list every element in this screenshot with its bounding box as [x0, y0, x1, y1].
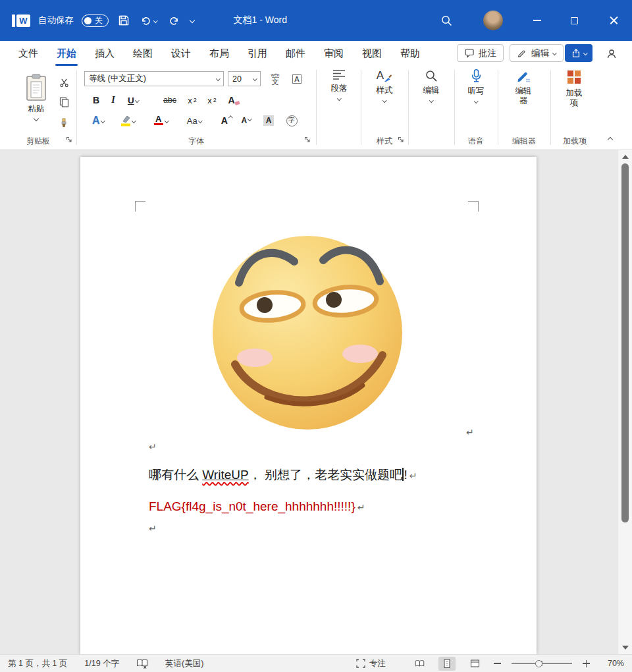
tab-help[interactable]: 帮助: [391, 41, 429, 66]
scrollbar-thumb[interactable]: [621, 163, 629, 522]
tab-layout[interactable]: 布局: [200, 41, 238, 66]
paste-button[interactable]: 粘贴: [17, 71, 55, 134]
enclose-character-button[interactable]: 字: [282, 112, 301, 129]
editing-mode-button[interactable]: 编辑: [510, 44, 564, 62]
paragraph-group-button[interactable]: 段落: [320, 66, 358, 129]
quick-access-menu-button[interactable]: [189, 11, 196, 30]
chevron-down-icon: [429, 98, 433, 102]
redo-icon: [168, 14, 180, 26]
share-button[interactable]: [565, 44, 592, 62]
grow-font-button[interactable]: A: [218, 112, 235, 129]
close-button[interactable]: [595, 0, 632, 41]
minimize-button[interactable]: [521, 0, 553, 41]
vertical-scrollbar[interactable]: [618, 150, 632, 654]
comments-button[interactable]: 批注: [457, 44, 504, 62]
tab-references[interactable]: 引用: [238, 41, 276, 66]
document-page[interactable]: ↵ ↵ 哪有什么 WriteUP， 别想了，老老实实做题吧!↵ FLAG{fl4…: [80, 157, 537, 654]
styles-group-button[interactable]: A 样式: [365, 66, 404, 129]
change-case-button[interactable]: Aa: [182, 112, 206, 129]
document-area: ↵ ↵ 哪有什么 WriteUP， 别想了，老老实实做题吧!↵ FLAG{fl4…: [0, 150, 618, 654]
italic-button[interactable]: I: [106, 92, 120, 108]
scroll-up-button[interactable]: [618, 152, 632, 162]
subscript-button[interactable]: x2: [184, 92, 201, 108]
tab-design[interactable]: 设计: [162, 41, 200, 66]
scroll-down-button[interactable]: [618, 642, 632, 653]
chevron-down-icon: [382, 98, 386, 102]
web-layout-button[interactable]: [466, 657, 483, 671]
search-button[interactable]: [432, 0, 461, 41]
dialog-launcher-icon: [66, 136, 72, 143]
text-highlight-button[interactable]: [117, 112, 139, 129]
word-app-icon[interactable]: W: [12, 14, 30, 27]
font-color-button[interactable]: A: [149, 112, 172, 129]
avatar[interactable]: [483, 11, 503, 30]
read-mode-button[interactable]: [411, 657, 428, 671]
underline-button[interactable]: U: [122, 92, 144, 108]
character-border-button[interactable]: A: [288, 70, 305, 88]
language-indicator[interactable]: 英语(美国): [165, 658, 203, 669]
print-layout-button[interactable]: [438, 657, 456, 671]
styles-dialog-launcher[interactable]: [396, 135, 406, 144]
tab-review[interactable]: 审阅: [315, 41, 353, 66]
scissors-icon: [59, 78, 69, 88]
copy-button[interactable]: [57, 95, 71, 109]
paragraph-text[interactable]: 哪有什么 WriteUP， 别想了，老老实实做题吧!↵: [149, 466, 417, 484]
undo-button[interactable]: [139, 11, 159, 30]
addins-button[interactable]: 加载项: [554, 66, 594, 129]
tab-mailings[interactable]: 邮件: [276, 41, 315, 66]
clipboard-dialog-launcher[interactable]: [65, 135, 74, 144]
redo-button[interactable]: [167, 11, 181, 30]
phonetic-guide-button[interactable]: wén 文: [266, 70, 284, 88]
font-color-bar-icon: [154, 123, 163, 126]
tab-view[interactable]: 视图: [353, 41, 391, 66]
tab-file[interactable]: 文件: [9, 41, 47, 66]
zoom-in-button[interactable]: [583, 660, 590, 667]
focus-icon: [356, 659, 365, 668]
superscript-button[interactable]: x2: [203, 92, 221, 108]
triangle-up-icon: [622, 155, 629, 159]
focus-mode-button[interactable]: 专注: [356, 658, 386, 669]
format-painter-button[interactable]: [57, 116, 71, 130]
editor-button[interactable]: 编辑器: [502, 66, 545, 129]
tab-draw[interactable]: 绘图: [124, 41, 162, 66]
chevron-down-icon: [132, 119, 136, 123]
zoom-slider-thumb[interactable]: [535, 660, 542, 667]
page-indicator[interactable]: 第 1 页，共 1 页: [8, 658, 67, 669]
font-name-select[interactable]: 等线 (中文正文): [84, 71, 224, 86]
word-count[interactable]: 1/19 个字: [84, 658, 119, 669]
character-shading-button[interactable]: A: [260, 112, 277, 129]
editing-group-button[interactable]: 编辑: [412, 66, 450, 129]
smiley-face-image[interactable]: [210, 227, 405, 432]
collapse-ribbon-button[interactable]: [602, 133, 619, 146]
chevron-down-icon: [153, 18, 157, 22]
clear-formatting-button[interactable]: A: [224, 92, 243, 108]
font-dialog-launcher[interactable]: [303, 135, 312, 144]
dictate-button[interactable]: 听写: [458, 66, 494, 129]
save-button[interactable]: [117, 11, 131, 30]
zoom-out-button[interactable]: [494, 663, 501, 664]
proofing-status-button[interactable]: [136, 659, 148, 669]
autosave-toggle[interactable]: 关: [82, 14, 109, 27]
tab-insert[interactable]: 插入: [86, 41, 124, 66]
flag-text[interactable]: FLAG{fl4g_is_n0t_here_hhhhhhh!!!!!}↵: [149, 499, 365, 514]
zoom-slider[interactable]: [512, 659, 572, 668]
signin-person-button[interactable]: [600, 46, 623, 62]
maximize-icon: [571, 17, 578, 24]
strikethrough-button[interactable]: abc: [160, 92, 180, 108]
group-label-font: 字体: [76, 136, 316, 147]
toggle-knob-icon: [84, 17, 92, 24]
tab-home[interactable]: 开始: [47, 41, 86, 66]
crop-mark-right: [468, 201, 479, 211]
copy-icon: [59, 97, 69, 107]
cut-button[interactable]: [57, 75, 71, 90]
dialog-launcher-icon: [398, 136, 404, 143]
text-effects-button[interactable]: A: [88, 112, 109, 129]
font-size-select[interactable]: 20: [228, 71, 261, 86]
maximize-button[interactable]: [558, 0, 590, 41]
titlebar: W 自动保存 关: [0, 0, 632, 41]
bold-button[interactable]: B: [88, 92, 105, 108]
undo-icon: [140, 14, 152, 26]
group-divider: [498, 70, 498, 145]
zoom-percentage[interactable]: 70%: [600, 659, 624, 668]
shrink-font-button[interactable]: A: [238, 112, 255, 129]
